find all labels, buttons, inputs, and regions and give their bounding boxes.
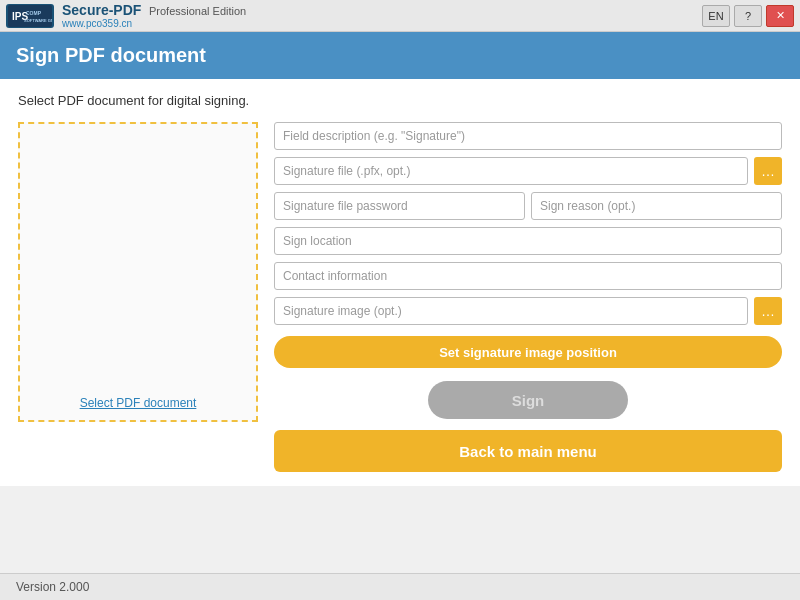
footer: Version 2.000 (0, 573, 800, 600)
field-description-input[interactable] (274, 122, 782, 150)
signature-image-browse-button[interactable]: … (754, 297, 782, 325)
contact-info-row (274, 262, 782, 290)
sign-reason-input[interactable] (531, 192, 782, 220)
signature-image-input[interactable] (274, 297, 748, 325)
signature-file-browse-button[interactable]: … (754, 157, 782, 185)
app-website: www.pco359.cn (62, 18, 246, 29)
pdf-preview-area: Select PDF document (18, 122, 258, 422)
select-pdf-link[interactable]: Select PDF document (80, 396, 197, 410)
signature-file-input[interactable] (274, 157, 748, 185)
version-text: Version 2.000 (16, 580, 89, 594)
signature-image-row: … (274, 297, 782, 325)
help-button[interactable]: ? (734, 5, 762, 27)
set-position-button[interactable]: Set signature image position (274, 336, 782, 368)
app-logo: IPS COMP SOFTWARE GMBH (6, 4, 54, 28)
contact-info-input[interactable] (274, 262, 782, 290)
back-to-main-button[interactable]: Back to main menu (274, 430, 782, 472)
sign-btn-row: Sign (274, 375, 782, 419)
svg-text:COMP: COMP (26, 10, 42, 16)
sign-location-input[interactable] (274, 227, 782, 255)
page-title: Sign PDF document (16, 44, 784, 67)
field-description-row (274, 122, 782, 150)
password-reason-row (274, 192, 782, 220)
app-name: Secure-PDF (62, 2, 141, 18)
title-bar: IPS COMP SOFTWARE GMBH Secure-PDF Profes… (0, 0, 800, 32)
svg-text:SOFTWARE GMBH: SOFTWARE GMBH (24, 18, 52, 23)
sign-button[interactable]: Sign (428, 381, 628, 419)
main-content: Select PDF document for digital signing.… (0, 79, 800, 486)
title-bar-controls: EN ? ✕ (702, 5, 794, 27)
signature-form: … … Set signature image position (274, 122, 782, 472)
instruction-text: Select PDF document for digital signing. (18, 93, 782, 108)
title-bar-left: IPS COMP SOFTWARE GMBH Secure-PDF Profes… (6, 2, 246, 29)
close-button[interactable]: ✕ (766, 5, 794, 27)
signature-password-input[interactable] (274, 192, 525, 220)
app-edition: Professional Edition (149, 5, 246, 17)
page-header: Sign PDF document (0, 32, 800, 79)
language-button[interactable]: EN (702, 5, 730, 27)
signature-file-row: … (274, 157, 782, 185)
app-title-area: Secure-PDF Professional Edition www.pco3… (62, 2, 246, 29)
sign-location-row (274, 227, 782, 255)
content-area: Select PDF document … (18, 122, 782, 472)
